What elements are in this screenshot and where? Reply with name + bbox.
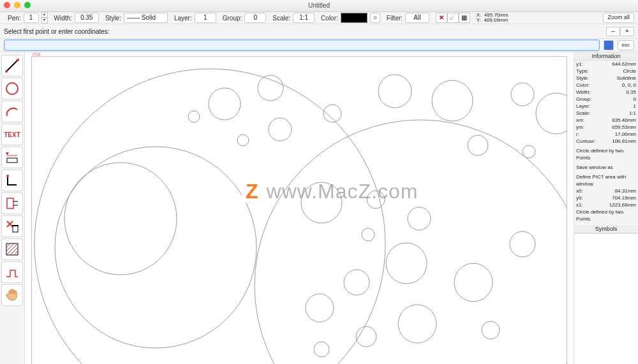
- symbols-panel[interactable]: [574, 233, 638, 364]
- esc-button[interactable]: esc: [618, 40, 634, 50]
- minimize-icon[interactable]: [14, 2, 20, 8]
- svg-point-20: [34, 69, 385, 364]
- svg-point-1: [5, 70, 8, 73]
- svg-point-29: [323, 105, 341, 122]
- svg-point-40: [386, 243, 427, 284]
- zoom-buttons: – +: [606, 27, 634, 36]
- cursor-coordinates: X: 485.70mm Y: 409.09mm: [477, 13, 508, 23]
- svg-rect-7: [7, 198, 13, 208]
- drawing-content: [31, 56, 567, 364]
- width-label: Width:: [54, 15, 72, 22]
- info-row: Scale:1:1: [574, 110, 638, 117]
- snap-endpoint-icon[interactable]: ✕: [436, 13, 447, 23]
- svg-point-47: [454, 263, 493, 302]
- info-row: Group:0: [574, 96, 638, 103]
- filter-label: Filter:: [387, 15, 403, 22]
- info-row: r:17.00mm: [574, 131, 638, 138]
- zoom-all-button[interactable]: Zoom all: [603, 13, 634, 23]
- info-note: Circle defined by two Points: [574, 208, 638, 222]
- layer-label: Layer:: [174, 15, 192, 22]
- pan-tool[interactable]: [1, 284, 23, 306]
- svg-rect-12: [13, 226, 18, 232]
- zoom-in-button[interactable]: +: [620, 27, 634, 36]
- trim-tool[interactable]: [1, 193, 23, 214]
- svg-point-28: [269, 118, 292, 141]
- close-icon[interactable]: [4, 2, 10, 8]
- tool-palette: TEXT: [0, 52, 25, 364]
- filter-select[interactable]: All: [405, 13, 429, 23]
- command-input[interactable]: [4, 40, 600, 51]
- info-row: Color:0, 0, 0: [574, 82, 638, 89]
- canvas[interactable]: PDF Zwww.MacZ.com: [25, 52, 574, 364]
- info-note: Save window as: [574, 164, 638, 171]
- window-titlebar: Untitled: [0, 0, 638, 12]
- group-label: Group:: [223, 15, 242, 22]
- svg-point-36: [301, 182, 342, 223]
- svg-point-43: [314, 342, 329, 357]
- pen-field[interactable]: 1: [24, 13, 39, 23]
- info-header: Information: [574, 52, 638, 61]
- main-area: TEXT PDF Zwww.MacZ.com Information y1:64…: [0, 52, 638, 364]
- svg-line-16: [6, 244, 14, 251]
- pen-label: Pen:: [8, 15, 21, 22]
- text-tool[interactable]: TEXT: [1, 124, 23, 145]
- maximize-icon[interactable]: [24, 2, 31, 8]
- svg-line-19: [14, 251, 18, 255]
- polyline-tool[interactable]: [1, 261, 23, 283]
- delete-tool[interactable]: [1, 215, 23, 237]
- style-select[interactable]: —— Solid: [124, 13, 168, 23]
- svg-point-37: [367, 191, 385, 208]
- arc-tool[interactable]: [1, 101, 23, 122]
- svg-point-21: [255, 120, 567, 364]
- property-bar: Pen: 1 ▴▾ Width: 0.35 Style: —— Solid La…: [0, 12, 638, 24]
- snap-magnet-icon[interactable]: ☄: [447, 13, 459, 23]
- snap-buttons: ✕ ☄ ▦: [436, 13, 470, 23]
- svg-point-42: [306, 294, 334, 322]
- svg-point-26: [237, 135, 249, 146]
- svg-point-32: [511, 83, 534, 106]
- svg-point-48: [510, 231, 535, 257]
- layer-field[interactable]: 1: [195, 13, 216, 23]
- svg-point-41: [344, 270, 369, 295]
- info-row: x1:1223.68mm: [574, 201, 638, 208]
- info-row: Layer:1: [574, 103, 638, 110]
- svg-point-31: [432, 80, 473, 121]
- width-field[interactable]: 0.35: [75, 13, 99, 23]
- svg-point-27: [258, 75, 283, 101]
- snap-grid-icon[interactable]: ▦: [459, 13, 470, 23]
- window-controls: [4, 2, 31, 8]
- command-submit-button[interactable]: [604, 40, 614, 50]
- corner-tool[interactable]: [1, 170, 23, 191]
- svg-point-22: [55, 147, 256, 348]
- svg-line-18: [10, 247, 18, 255]
- style-label: Style:: [105, 15, 121, 22]
- info-row: y0:704.19mm: [574, 194, 638, 201]
- svg-point-33: [536, 93, 567, 134]
- svg-rect-4: [7, 158, 17, 163]
- svg-point-35: [523, 145, 535, 158]
- info-row: Style:Solidline: [574, 75, 638, 82]
- svg-point-3: [6, 83, 18, 94]
- pen-stepper[interactable]: ▴▾: [41, 12, 48, 24]
- info-note: Circle defined by two Points: [574, 147, 638, 161]
- zoom-out-button[interactable]: –: [606, 27, 620, 36]
- info-row: Contour:106.81mm: [574, 138, 638, 145]
- dimension-tool[interactable]: [1, 147, 23, 168]
- scale-label: Scale:: [272, 15, 290, 22]
- group-field[interactable]: 0: [244, 13, 266, 23]
- hatch-tool[interactable]: [1, 238, 23, 260]
- info-row: xm:835.40mm: [574, 117, 638, 124]
- svg-point-39: [408, 207, 431, 230]
- color-menu-icon[interactable]: ☼: [370, 13, 380, 23]
- command-prompt: Select first point or enter coordinates:: [4, 28, 110, 35]
- color-swatch[interactable]: [341, 13, 367, 23]
- window-title: Untitled: [308, 2, 330, 9]
- line-tool[interactable]: [1, 55, 23, 76]
- info-panel: Information y1:644.62mmType:CircleStyle:…: [574, 52, 638, 364]
- scale-field[interactable]: 1:1: [293, 13, 315, 23]
- color-label: Color:: [321, 15, 338, 22]
- info-note: Define PICT area with window: [574, 173, 638, 187]
- command-bar: Select first point or enter coordinates:…: [0, 24, 638, 39]
- svg-point-24: [209, 88, 241, 120]
- circle-tool[interactable]: [1, 78, 23, 99]
